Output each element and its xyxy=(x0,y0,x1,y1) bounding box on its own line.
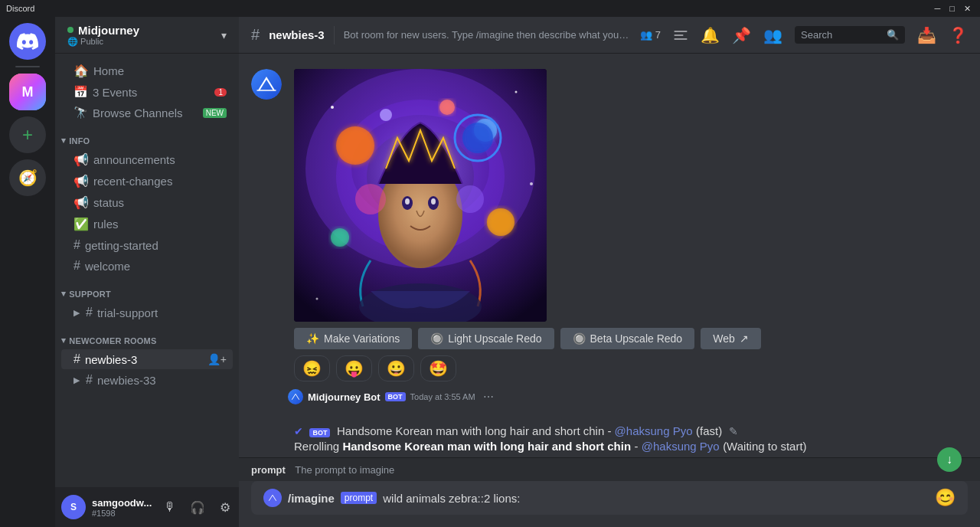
messages-area: ✨ Make Variations 🔘 Light Upscale Redo 🔘… xyxy=(239,54,980,457)
svg-point-23 xyxy=(316,298,318,300)
inbox-button[interactable]: 📥 xyxy=(917,26,936,44)
slash-command: /imagine xyxy=(288,492,335,505)
threads-button[interactable] xyxy=(673,28,688,43)
search-box[interactable]: Search 🔍 xyxy=(795,26,905,44)
bot-message-line1: ✔ BOT Handsome Korean man with long hair… xyxy=(251,424,968,438)
channel-announcements[interactable]: 📢 announcements xyxy=(61,149,233,170)
message-input[interactable] xyxy=(383,492,929,505)
bot-badge-inline: BOT xyxy=(309,428,330,437)
microphone-button[interactable]: 🎙 xyxy=(158,495,182,519)
mention-haksung-2[interactable]: @haksung Pyo xyxy=(642,440,720,453)
threads-icon xyxy=(673,28,688,43)
edit-icon[interactable]: ✎ xyxy=(729,425,738,437)
channel-header-name: newbies-3 xyxy=(269,28,325,41)
channel-label: status xyxy=(93,196,124,209)
emoji-reactions: 😖 😛 😀 🤩 xyxy=(294,355,968,381)
close-button[interactable]: ✕ xyxy=(961,4,974,14)
prompt-label: prompt xyxy=(251,464,286,476)
search-placeholder: Search xyxy=(801,29,880,41)
sidebar-item-browse[interactable]: 🔭 Browse Channels NEW xyxy=(61,103,233,123)
web-button[interactable]: Web ↗ xyxy=(701,328,761,349)
add-server-button[interactable]: + xyxy=(9,116,46,153)
channel-label: welcome xyxy=(85,260,130,273)
sidebar-item-events[interactable]: 📅 3 Events 1 xyxy=(61,82,233,102)
new-badge: NEW xyxy=(203,108,227,118)
channel-trial-support[interactable]: ▶ # trial-support xyxy=(61,303,233,322)
prompt-tooltip: prompt The prompt to imagine xyxy=(239,457,980,481)
notification-button[interactable]: 🔔 xyxy=(701,26,720,44)
svg-point-20 xyxy=(331,106,334,109)
reaction-star-struck[interactable]: 🤩 xyxy=(420,355,456,381)
maximize-button[interactable]: □ xyxy=(946,4,958,14)
scroll-to-bottom-button[interactable]: ↓ xyxy=(937,447,962,472)
discord-home-button[interactable] xyxy=(9,23,46,60)
channel-label: newbies-33 xyxy=(97,374,156,387)
add-user-icon[interactable]: 👤+ xyxy=(207,353,227,365)
light-upscale-redo-button[interactable]: 🔘 Light Upscale Redo xyxy=(418,328,554,349)
expand-icon-2: ▶ xyxy=(74,375,80,385)
input-avatar xyxy=(263,489,282,507)
message-text-fast: (fast) xyxy=(696,424,722,437)
category-chevron-3: ▾ xyxy=(61,336,66,345)
make-variations-button[interactable]: ✨ Make Variations xyxy=(294,328,412,349)
channel-status[interactable]: 📢 status xyxy=(61,192,233,213)
variations-icon: ✨ xyxy=(306,332,319,345)
emoji-picker-button[interactable]: 😊 xyxy=(935,488,956,508)
system-msg-spacer xyxy=(251,389,282,420)
channel-header: # newbies-3 Bot room for new users. Type… xyxy=(239,17,980,54)
bot-message-line2: Rerolling Handsome Korean man with long … xyxy=(251,440,968,453)
reaction-grinning[interactable]: 😀 xyxy=(378,355,414,381)
beta-upscale-icon: 🔘 xyxy=(573,332,586,345)
input-avatar-icon xyxy=(267,493,278,502)
channel-label: getting-started xyxy=(85,239,158,252)
settings-button[interactable]: ⚙ xyxy=(213,495,237,519)
svg-point-19 xyxy=(462,123,493,153)
reaction-stuck-out-tongue[interactable]: 😛 xyxy=(336,355,372,381)
midjourney-logo-icon: M xyxy=(9,74,46,110)
grin-emoji: 😀 xyxy=(387,359,406,378)
server-icon-midjourney[interactable]: M xyxy=(9,74,46,110)
mention-haksung[interactable]: @haksung Pyo xyxy=(615,424,693,437)
rules-icon: ✅ xyxy=(74,217,89,231)
header-icons: 👥 7 🔔 📌 👥 Search 🔍 📥 ❓ xyxy=(640,26,968,44)
category-info[interactable]: ▾ INFO xyxy=(55,123,239,149)
reaction-confounded[interactable]: 😖 xyxy=(294,355,330,381)
channel-rules[interactable]: ✅ rules xyxy=(61,214,233,234)
input-box[interactable]: /imagine prompt 😊 xyxy=(251,481,968,515)
titlebar-controls[interactable]: ─ □ ✕ xyxy=(932,4,974,14)
header-divider xyxy=(334,26,335,44)
username: samgoodw... xyxy=(92,497,152,509)
channel-getting-started[interactable]: # getting-started xyxy=(61,235,233,255)
discover-servers-button[interactable]: 🧭 xyxy=(9,159,46,196)
midjourney-avatar xyxy=(251,69,282,100)
channel-recent-changes[interactable]: 📢 recent-changes xyxy=(61,171,233,191)
headphones-button[interactable]: 🎧 xyxy=(185,495,210,519)
prompt-description: The prompt to imagine xyxy=(295,464,394,476)
message-content: ✨ Make Variations 🔘 Light Upscale Redo 🔘… xyxy=(294,69,968,381)
channel-newbies-33[interactable]: ▶ # newbies-33 xyxy=(61,370,233,390)
portrait-svg xyxy=(294,69,547,322)
members-button[interactable]: 👥 xyxy=(763,26,782,44)
announce-icon-2: 📢 xyxy=(74,174,89,188)
sidebar-item-home[interactable]: 🏠 Home xyxy=(61,61,233,81)
message-action-icon[interactable]: ⋯ xyxy=(483,391,494,403)
channel-newbies-3[interactable]: # newbies-3 👤+ xyxy=(61,349,233,369)
browse-label: Browse Channels xyxy=(93,106,183,119)
pin-button[interactable]: 📌 xyxy=(732,26,751,44)
help-button[interactable]: ❓ xyxy=(949,26,968,44)
category-support[interactable]: ▾ SUPPORT xyxy=(55,277,239,302)
star-struck-emoji: 🤩 xyxy=(429,359,448,378)
home-icon: 🏠 xyxy=(74,64,89,78)
hash-icon-3: # xyxy=(86,306,93,319)
beta-upscale-redo-button[interactable]: 🔘 Beta Upscale Redo xyxy=(560,328,695,349)
category-newcomer[interactable]: ▾ NEWCOMER ROOMS xyxy=(55,323,239,349)
bot-avatar xyxy=(251,69,282,100)
server-menu-chevron[interactable]: ▾ xyxy=(221,29,227,41)
spacer xyxy=(251,389,282,390)
minimize-button[interactable]: ─ xyxy=(932,4,944,14)
svg-point-9 xyxy=(439,100,455,115)
server-header[interactable]: Midjourney 🌐 Public ▾ xyxy=(55,17,239,54)
svg-point-15 xyxy=(431,198,436,205)
channel-label: trial-support xyxy=(97,306,158,319)
channel-welcome[interactable]: # welcome xyxy=(61,256,233,276)
